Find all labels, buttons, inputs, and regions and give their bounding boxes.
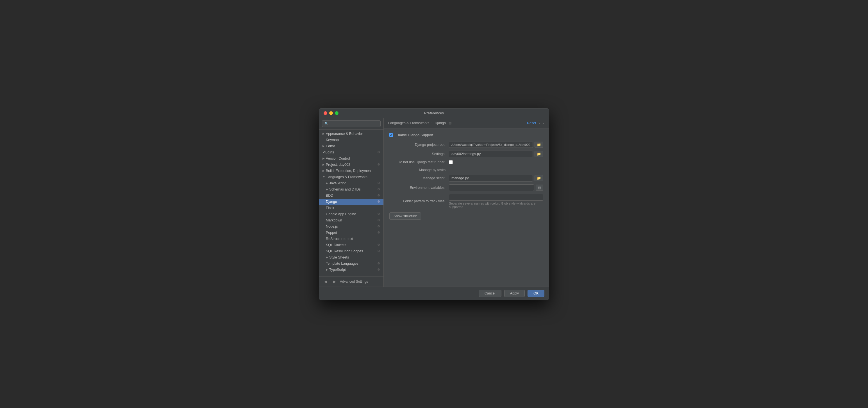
breadcrumb-icon: ▤: [448, 121, 452, 125]
env-vars-browse-button[interactable]: ▤: [536, 185, 543, 191]
folder-pattern-col: Separate several names with colon. Glob-…: [449, 194, 543, 208]
sidebar-item-label: Google App Engine: [326, 212, 356, 216]
sidebar-nav: ▶ Appearance & Behavior Keymap ▶ Editor …: [319, 129, 383, 276]
sidebar-item-label: Editor: [326, 144, 335, 148]
manage-script-label: Manage script:: [389, 176, 445, 180]
enable-django-checkbox[interactable]: [389, 133, 393, 137]
sidebar-item-version-control[interactable]: ▶ Version Control: [319, 155, 383, 162]
sidebar-item-nodejs[interactable]: Node.js ⚙: [319, 223, 383, 230]
sidebar-item-appearance[interactable]: ▶ Appearance & Behavior: [319, 131, 383, 137]
reset-button[interactable]: Reset: [527, 121, 536, 125]
footer-action-btn-2[interactable]: ▶: [331, 279, 338, 284]
sidebar-item-sql-dialects[interactable]: SQL Dialects ⚙: [319, 242, 383, 248]
project-root-browse-button[interactable]: 📁: [534, 142, 543, 148]
sidebar-item-project[interactable]: ▶ Project: day002 ⚙: [319, 162, 383, 168]
do-not-use-label: Do not use Django test runner:: [389, 160, 445, 164]
settings-icon: ⚙: [377, 225, 380, 228]
sidebar-item-keymap[interactable]: Keymap: [319, 137, 383, 143]
dialog-footer: Cancel Apply OK: [319, 287, 549, 300]
folder-pattern-hint: Separate several names with colon. Glob-…: [449, 202, 543, 208]
env-vars-row: ▤: [449, 184, 543, 191]
project-root-input[interactable]: [449, 142, 533, 148]
dialog-body: ▶ Appearance & Behavior Keymap ▶ Editor …: [319, 118, 549, 287]
sidebar-item-template-langs[interactable]: Template Languages ⚙: [319, 260, 383, 267]
settings-input[interactable]: [449, 151, 533, 157]
settings-row: 📁: [449, 151, 543, 157]
sidebar-item-label: Version Control: [326, 156, 350, 161]
env-vars-input[interactable]: [449, 184, 534, 191]
traffic-lights: [323, 111, 339, 115]
settings-icon: ⚙: [377, 194, 380, 197]
sidebar-item-label: JavaScript: [329, 181, 345, 185]
search-input[interactable]: [322, 120, 381, 127]
sidebar-item-label: SQL Resolution Scopes: [326, 249, 363, 253]
expand-arrow-icon: ▼: [322, 175, 325, 178]
sidebar-item-flask[interactable]: Flask: [319, 205, 383, 211]
settings-label: Settings:: [389, 152, 445, 156]
breadcrumb-current: Django: [435, 121, 446, 125]
sidebar-item-label: Appearance & Behavior: [326, 132, 363, 136]
sidebar-item-typescript[interactable]: ▶ TypeScript ⚙: [319, 267, 383, 273]
no-test-runner-checkbox[interactable]: [449, 160, 453, 164]
settings-icon: ⚙: [377, 163, 380, 166]
forward-button[interactable]: ›: [542, 121, 545, 125]
footer-action-btn-1[interactable]: ◀: [322, 279, 329, 284]
settings-browse-button[interactable]: 📁: [534, 151, 543, 157]
advanced-settings-label[interactable]: Advanced Settings: [340, 280, 368, 284]
expand-arrow-icon: ▶: [326, 181, 328, 185]
settings-icon: ⚙: [377, 243, 380, 247]
expand-arrow-icon: ▶: [326, 256, 328, 259]
sidebar-item-label: Keymap: [326, 138, 339, 142]
manage-script-browse-button[interactable]: 📁: [534, 175, 543, 181]
settings-icon: ⚙: [377, 187, 380, 191]
sidebar-item-django[interactable]: Django ⚙: [319, 199, 383, 205]
expand-arrow-icon: ▶: [322, 144, 325, 148]
sidebar-item-plugins[interactable]: Plugins ⚙: [319, 149, 383, 155]
dialog-title: Preferences: [424, 111, 444, 115]
sidebar-item-sql-resolution[interactable]: SQL Resolution Scopes ⚙: [319, 248, 383, 254]
sidebar-item-languages[interactable]: ▼ Languages & Frameworks: [319, 174, 383, 180]
breadcrumb-parent[interactable]: Languages & Frameworks: [388, 121, 429, 125]
expand-arrow-icon: ▶: [322, 169, 325, 172]
sidebar-item-label: SQL Dialects: [326, 243, 346, 247]
sidebar-item-label: ReStructured text: [326, 237, 353, 241]
sidebar-item-puppet[interactable]: Puppet ⚙: [319, 230, 383, 236]
project-root-label: Django project root:: [389, 143, 445, 147]
enable-django-label[interactable]: Enable Django Support: [396, 133, 433, 137]
content-area: Languages & Frameworks › Django ▤ Reset …: [384, 118, 549, 287]
nav-arrows: ‹ ›: [538, 121, 545, 125]
sidebar-item-editor[interactable]: ▶ Editor: [319, 143, 383, 149]
enable-row: Enable Django Support: [389, 133, 543, 137]
apply-button[interactable]: Apply: [504, 290, 525, 297]
sidebar-item-javascript[interactable]: ▶ JavaScript ⚙: [319, 180, 383, 186]
close-button[interactable]: [323, 111, 327, 115]
manage-script-row: 📁: [449, 175, 543, 181]
sidebar-item-markdown[interactable]: Markdown ⚙: [319, 217, 383, 223]
settings-icon: ⚙: [377, 181, 380, 185]
sidebar-item-label: Build, Execution, Deployment: [326, 169, 372, 173]
sidebar-item-build[interactable]: ▶ Build, Execution, Deployment: [319, 168, 383, 174]
sidebar-item-google-app[interactable]: Google App Engine ⚙: [319, 211, 383, 217]
sidebar-item-restructured[interactable]: ReStructured text: [319, 236, 383, 242]
settings-icon: ⚙: [377, 262, 380, 265]
form-grid: Django project root: 📁 Settings: 📁 Do no…: [389, 142, 543, 208]
maximize-button[interactable]: [335, 111, 339, 115]
do-not-use-row: [449, 160, 543, 164]
sidebar-item-schemas[interactable]: ▶ Schemas and DTDs ⚙: [319, 186, 383, 193]
preferences-dialog: Preferences ▶ Appearance & Behavior Keym…: [319, 108, 549, 300]
folder-pattern-input[interactable]: [449, 194, 543, 201]
settings-icon: ⚙: [377, 218, 380, 222]
settings-icon: ⚙: [377, 249, 380, 253]
cancel-button[interactable]: Cancel: [479, 290, 501, 297]
show-structure-button[interactable]: Show structure: [389, 212, 421, 220]
settings-icon: ⚙: [377, 150, 380, 154]
minimize-button[interactable]: [329, 111, 333, 115]
manage-py-section-label: Manage.py tasks: [389, 167, 445, 172]
sidebar-item-style-sheets[interactable]: ▶ Style Sheets: [319, 254, 383, 260]
back-button[interactable]: ‹: [538, 121, 541, 125]
breadcrumb-separator: ›: [431, 121, 433, 125]
manage-script-input[interactable]: [449, 175, 533, 181]
sidebar-item-bdd[interactable]: BDD ⚙: [319, 193, 383, 199]
ok-button[interactable]: OK: [528, 290, 545, 297]
sidebar-item-label: Markdown: [326, 218, 342, 222]
